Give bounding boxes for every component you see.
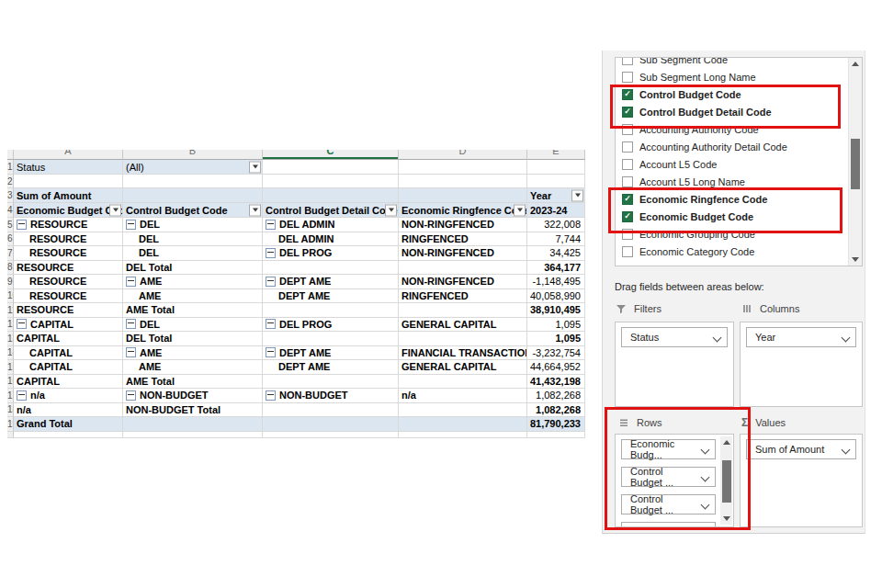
cell-empty[interactable] <box>527 175 585 188</box>
cell-values-title[interactable]: Sum of Amount <box>14 188 123 203</box>
field-pill-rows[interactable] <box>621 522 716 527</box>
checkbox-icon[interactable] <box>622 124 633 135</box>
scrollbar-thumb[interactable] <box>851 139 860 189</box>
row-number[interactable]: 4 <box>7 203 14 218</box>
row-number[interactable]: 7 <box>7 246 14 261</box>
cell-row-label[interactable]: RESOURCE <box>14 261 123 276</box>
checkbox-icon[interactable] <box>622 246 633 257</box>
cell-row-label[interactable] <box>263 403 399 418</box>
cell-empty[interactable] <box>123 175 263 188</box>
field-item[interactable]: Accounting Authority Code <box>616 120 862 138</box>
cell-row-label[interactable]: DEL <box>123 218 263 232</box>
row-number[interactable]: 1 <box>7 160 14 175</box>
field-pill-rows[interactable]: Control Budget ... <box>621 494 716 514</box>
cell-row-label[interactable]: NON-BUDGET <box>123 389 263 403</box>
row-number[interactable]: 9 <box>7 275 14 289</box>
dropdown-icon[interactable] <box>109 204 121 216</box>
rows-area[interactable]: Economic Budg...Control Budget ...Contro… <box>615 434 734 527</box>
header-economic-budget-code[interactable]: Economic Budget Cod <box>14 203 123 218</box>
select-all-corner[interactable] <box>7 150 14 160</box>
cell-row-label[interactable]: n/a <box>14 403 123 418</box>
cell-row-label[interactable]: DEL <box>123 232 263 247</box>
dropdown-icon[interactable] <box>571 189 583 201</box>
checkbox-icon[interactable] <box>622 72 633 83</box>
cell-row-label[interactable]: DEL PROG <box>263 246 399 261</box>
expand-collapse-button[interactable] <box>126 277 136 287</box>
cell-year-field[interactable]: Year <box>527 188 585 203</box>
cell-row-label[interactable]: AME <box>123 360 263 375</box>
checkbox-icon[interactable]: ✓ <box>622 194 633 205</box>
column-header-B[interactable]: B <box>123 150 263 160</box>
cell-amount-value[interactable]: 1,095 <box>527 318 585 333</box>
field-pill-values[interactable]: Sum of Amount <box>746 439 856 459</box>
field-list[interactable]: Sub Segment CodeSub Segment Long Name✓Co… <box>615 57 863 266</box>
cell-row-label[interactable]: DEL <box>123 246 263 261</box>
cell-row-label[interactable]: RESOURCE <box>14 303 123 318</box>
cell-amount-value[interactable]: 44,664,952 <box>527 360 585 375</box>
cell-ringfence-value[interactable]: NON-RINGFENCED <box>399 275 527 289</box>
field-item[interactable]: Accounting Authority Detail Code <box>616 138 862 155</box>
cell-empty[interactable] <box>399 188 527 203</box>
dropdown-icon[interactable] <box>249 204 261 216</box>
cell-row-label[interactable]: AME Total <box>123 375 263 390</box>
expand-collapse-button[interactable] <box>266 248 276 258</box>
field-item[interactable]: ✓Economic Ringfence Code <box>616 190 862 208</box>
field-pill-rows[interactable]: Economic Budg... <box>621 439 716 459</box>
cell-amount-value[interactable]: 38,910,495 <box>527 303 585 318</box>
scroll-up-button[interactable] <box>849 58 862 70</box>
cell-amount-value[interactable]: 1,082,268 <box>527 389 585 403</box>
field-item[interactable]: ✓Control Budget Code <box>616 85 862 103</box>
header-control-budget-detail-code[interactable]: Control Budget Detail Code <box>263 203 399 218</box>
cell-ringfence-value[interactable] <box>399 403 527 418</box>
cell-row-label[interactable]: DEL ADMIN <box>263 218 399 232</box>
expand-collapse-button[interactable] <box>266 390 276 401</box>
cell-ringfence-value[interactable]: FINANCIAL TRANSACTIONS <box>399 346 527 361</box>
field-item[interactable]: Economic Grouping Code <box>616 225 862 243</box>
scroll-down-button[interactable] <box>720 513 732 525</box>
cell-row-label[interactable]: AME <box>123 275 263 289</box>
field-item[interactable]: Economic Category Code <box>616 243 862 260</box>
dropdown-icon[interactable] <box>514 204 526 216</box>
row-number[interactable] <box>7 432 14 438</box>
cell-row-label[interactable]: NON-BUDGET Total <box>123 403 263 418</box>
column-header-D[interactable]: D <box>399 150 527 160</box>
column-header-A[interactable]: A <box>14 150 123 160</box>
cell-row-label[interactable]: CAPITAL <box>14 360 123 375</box>
row-number[interactable]: 19 <box>7 417 14 432</box>
expand-collapse-button[interactable] <box>17 220 27 230</box>
cell-empty[interactable] <box>399 160 527 175</box>
expand-collapse-button[interactable] <box>17 319 27 329</box>
cell-empty[interactable] <box>14 175 123 188</box>
row-number[interactable]: 10 <box>7 289 14 304</box>
cell-row-label[interactable]: AME <box>123 346 263 361</box>
cell-amount-value[interactable]: 81,790,233 <box>527 417 585 432</box>
cell-status-filter-value[interactable]: (All) <box>123 160 263 175</box>
scrollbar-thumb[interactable] <box>722 460 731 503</box>
cell-row-label[interactable]: DEL <box>123 318 263 333</box>
row-number[interactable]: 14 <box>7 346 14 361</box>
cell-ringfence-value[interactable]: NON-RINGFENCED <box>399 246 527 261</box>
cell-ringfence-value[interactable]: GENERAL CAPITAL <box>399 360 527 375</box>
row-number[interactable]: 18 <box>7 403 14 418</box>
cell-row-label[interactable] <box>123 417 263 432</box>
cell-row-label[interactable]: CAPITAL <box>14 375 123 390</box>
cell-empty[interactable] <box>263 432 399 438</box>
cell-empty[interactable] <box>123 188 263 203</box>
cell-empty[interactable] <box>263 160 399 175</box>
expand-collapse-button[interactable] <box>126 319 136 329</box>
cell-ringfence-value[interactable]: NON-RINGFENCED <box>399 218 527 232</box>
expand-collapse-button[interactable] <box>266 319 276 329</box>
header-control-budget-code[interactable]: Control Budget Code <box>123 203 263 218</box>
field-item[interactable]: Sub Segment Code <box>616 57 862 68</box>
checkbox-icon[interactable] <box>622 229 633 240</box>
rows-area-scrollbar[interactable] <box>720 436 732 525</box>
cell-empty[interactable] <box>123 432 263 438</box>
header-year-value[interactable]: 2023-24 <box>527 203 585 218</box>
scroll-down-button[interactable] <box>849 254 862 266</box>
cell-status-label[interactable]: Status <box>14 160 123 175</box>
row-number[interactable]: 12 <box>7 318 14 333</box>
cell-amount-value[interactable]: 322,008 <box>527 218 585 232</box>
row-number[interactable]: 17 <box>7 389 14 403</box>
field-item[interactable]: Sub Segment Long Name <box>616 68 862 85</box>
cell-row-label[interactable]: CAPITAL <box>14 332 123 346</box>
